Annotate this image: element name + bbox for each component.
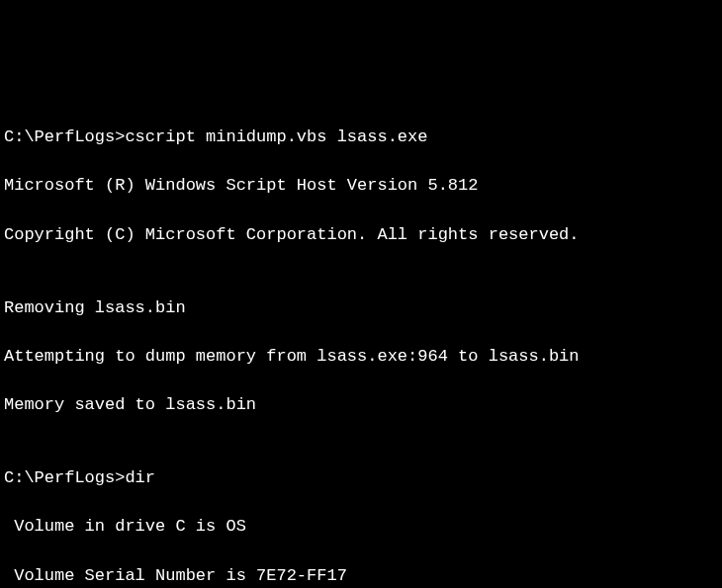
- volume-drive-line: Volume in drive C is OS: [4, 515, 718, 540]
- removing-file-line: Removing lsass.bin: [4, 296, 718, 321]
- memory-saved-line: Memory saved to lsass.bin: [4, 393, 718, 418]
- script-host-version: Microsoft (R) Windows Script Host Versio…: [4, 174, 718, 199]
- dump-attempt-line: Attempting to dump memory from lsass.exe…: [4, 345, 718, 370]
- copyright-line: Copyright (C) Microsoft Corporation. All…: [4, 223, 718, 248]
- dir-command-line: C:\PerfLogs>dir: [4, 466, 718, 491]
- command-line: C:\PerfLogs>cscript minidump.vbs lsass.e…: [4, 126, 718, 150]
- volume-serial-line: Volume Serial Number is 7E72-FF17: [4, 564, 718, 588]
- terminal-output: C:\PerfLogs>cscript minidump.vbs lsass.e…: [4, 102, 718, 588]
